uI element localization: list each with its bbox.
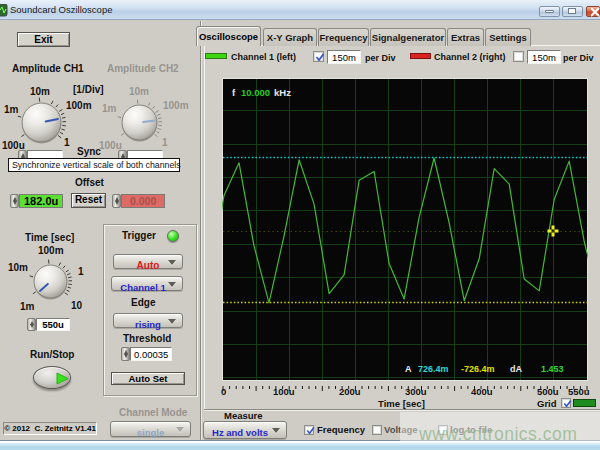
svg-text:dA: dA [510,364,522,374]
svg-text:726.4m: 726.4m [418,364,449,374]
svg-text:10.000: 10.000 [241,87,270,98]
svg-text:-726.4m: -726.4m [461,364,495,374]
svg-text:kHz: kHz [274,87,291,98]
svg-text:1.453: 1.453 [541,364,564,374]
svg-text:A: A [405,364,412,374]
